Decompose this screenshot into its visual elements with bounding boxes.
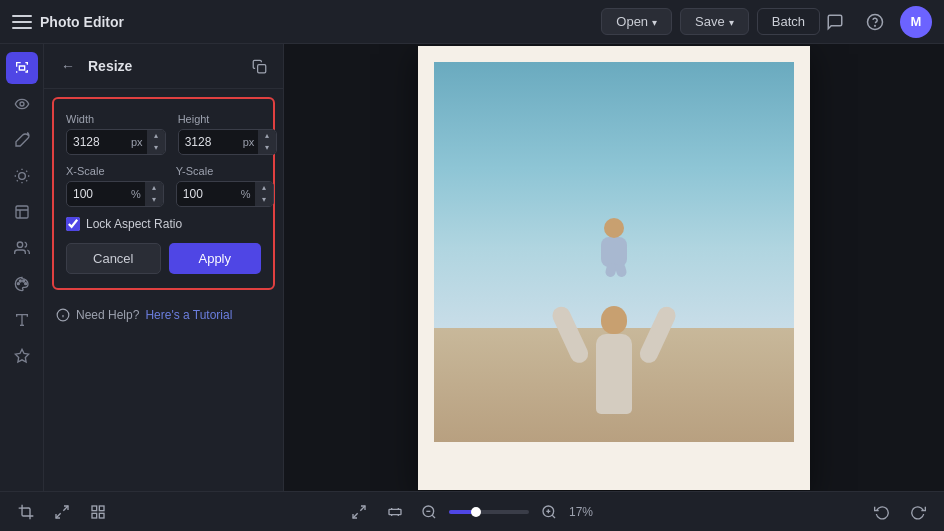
xscale-spinners: ▴ ▾ [145, 182, 163, 206]
svg-rect-20 [99, 506, 104, 511]
svg-line-17 [63, 506, 68, 511]
info-icon [56, 308, 70, 322]
svg-rect-13 [257, 64, 265, 72]
canvas-area [284, 44, 944, 491]
menu-icon[interactable] [12, 15, 32, 29]
xscale-label: X-Scale [66, 165, 164, 177]
chat-icon[interactable] [820, 7, 850, 37]
topbar-left: Photo Editor [12, 14, 601, 30]
lock-aspect-label: Lock Aspect Ratio [86, 217, 182, 231]
save-button[interactable]: Save [680, 8, 749, 35]
xscale-unit: % [127, 188, 145, 200]
fit-icon[interactable] [345, 498, 373, 526]
crop-icon[interactable] [12, 498, 40, 526]
svg-rect-21 [92, 513, 97, 518]
topbar: Photo Editor Open Save Batch M [0, 0, 944, 44]
scale-row: X-Scale % ▴ ▾ Y-Scale % [66, 165, 261, 207]
width-input[interactable] [67, 130, 127, 154]
svg-point-5 [17, 242, 22, 247]
xscale-group: X-Scale % ▴ ▾ [66, 165, 164, 207]
zoom-slider[interactable] [449, 510, 529, 514]
bottom-right-tools [868, 498, 932, 526]
width-increment[interactable]: ▴ [147, 130, 165, 142]
topbar-right: M [820, 6, 932, 38]
svg-rect-22 [99, 513, 104, 518]
height-spinners: ▴ ▾ [258, 130, 276, 154]
cancel-button[interactable]: Cancel [66, 243, 161, 274]
sidebar-item-brush[interactable] [6, 124, 38, 156]
yscale-decrement[interactable]: ▾ [255, 194, 273, 206]
svg-line-24 [353, 513, 358, 518]
sidebar-item-layers[interactable] [6, 196, 38, 228]
height-input-wrapper: px ▴ ▾ [178, 129, 278, 155]
svg-point-1 [875, 25, 876, 26]
svg-point-2 [20, 102, 24, 106]
main: ← Resize Width px ▴ [0, 44, 944, 491]
app-title: Photo Editor [40, 14, 124, 30]
xscale-increment[interactable]: ▴ [145, 182, 163, 194]
help-icon[interactable] [860, 7, 890, 37]
help-link[interactable]: Here's a Tutorial [145, 308, 232, 322]
svg-marker-12 [15, 349, 28, 362]
batch-button[interactable]: Batch [757, 8, 820, 35]
sidebar-item-view[interactable] [6, 88, 38, 120]
bottom-left-tools [12, 498, 112, 526]
width-decrement[interactable]: ▾ [147, 142, 165, 154]
transform-icon[interactable] [48, 498, 76, 526]
height-label: Height [178, 113, 278, 125]
height-decrement[interactable]: ▾ [258, 142, 276, 154]
open-chevron-icon [652, 14, 657, 29]
zoom-percentage: 17% [569, 505, 599, 519]
zoom-controls: 17% [345, 498, 599, 526]
zoom-out-button[interactable] [417, 500, 441, 524]
width-input-wrapper: px ▴ ▾ [66, 129, 166, 155]
sidebar-item-text[interactable] [6, 304, 38, 336]
dimensions-row: Width px ▴ ▾ Height px [66, 113, 261, 155]
back-button[interactable]: ← [56, 54, 80, 78]
panel-title: Resize [88, 58, 239, 74]
lock-aspect-row: Lock Aspect Ratio [66, 217, 261, 231]
yscale-spinners: ▴ ▾ [255, 182, 273, 206]
yscale-unit: % [237, 188, 255, 200]
svg-line-23 [360, 506, 365, 511]
yscale-increment[interactable]: ▴ [255, 182, 273, 194]
svg-point-8 [22, 280, 24, 282]
sidebar-item-art[interactable] [6, 268, 38, 300]
sidebar-item-watermark[interactable] [6, 340, 38, 372]
yscale-group: Y-Scale % ▴ ▾ [176, 165, 274, 207]
yscale-input[interactable] [177, 182, 237, 206]
lock-aspect-checkbox[interactable] [66, 217, 80, 231]
xscale-input[interactable] [67, 182, 127, 206]
width-group: Width px ▴ ▾ [66, 113, 166, 155]
sidebar-item-transform[interactable] [6, 52, 38, 84]
help-row: Need Help? Here's a Tutorial [44, 298, 283, 332]
svg-line-18 [56, 513, 61, 518]
help-text: Need Help? [76, 308, 139, 322]
redo-button[interactable] [904, 498, 932, 526]
open-button[interactable]: Open [601, 8, 672, 35]
resize-fit-icon[interactable] [381, 498, 409, 526]
zoom-in-button[interactable] [537, 500, 561, 524]
width-spinners: ▴ ▾ [147, 130, 165, 154]
sidebar [0, 44, 44, 491]
save-chevron-icon [729, 14, 734, 29]
zoom-slider-thumb[interactable] [471, 507, 481, 517]
height-increment[interactable]: ▴ [258, 130, 276, 142]
bottombar: 17% [0, 491, 944, 531]
photo-frame [418, 46, 810, 490]
avatar[interactable]: M [900, 6, 932, 38]
xscale-decrement[interactable]: ▾ [145, 194, 163, 206]
topbar-center: Open Save Batch [601, 8, 820, 35]
width-label: Width [66, 113, 166, 125]
yscale-label: Y-Scale [176, 165, 274, 177]
copy-icon[interactable] [247, 54, 271, 78]
svg-point-3 [18, 173, 25, 180]
panel-header: ← Resize [44, 44, 283, 89]
height-input[interactable] [179, 130, 239, 154]
sidebar-item-people[interactable] [6, 232, 38, 264]
grid-icon[interactable] [84, 498, 112, 526]
undo-button[interactable] [868, 498, 896, 526]
sidebar-item-effects[interactable] [6, 160, 38, 192]
apply-button[interactable]: Apply [169, 243, 262, 274]
svg-point-6 [17, 283, 19, 285]
